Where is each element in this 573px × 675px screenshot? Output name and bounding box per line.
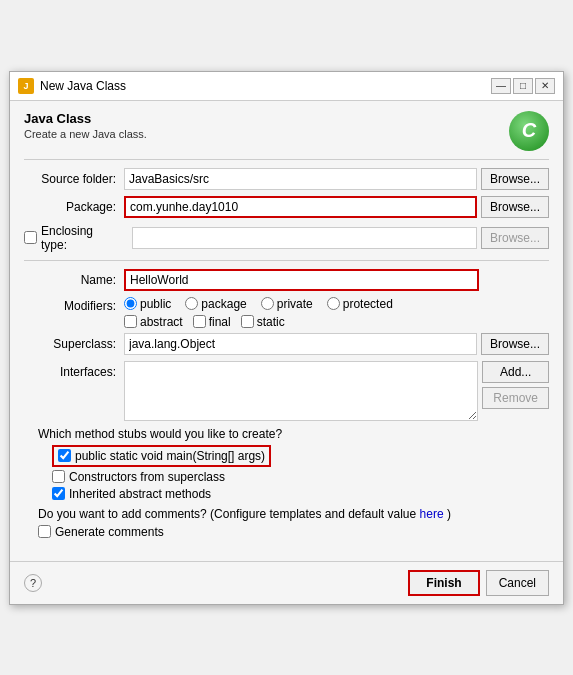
add-interface-button[interactable]: Add... (482, 361, 549, 383)
stubs-title: Which method stubs would you like to cre… (38, 427, 549, 441)
radio-private[interactable]: private (261, 297, 313, 311)
enclosing-type-check-area: Enclosing type: (24, 224, 124, 252)
help-button[interactable]: ? (24, 574, 42, 592)
close-button[interactable]: ✕ (535, 78, 555, 94)
cancel-button[interactable]: Cancel (486, 570, 549, 596)
package-input[interactable] (124, 196, 477, 218)
name-row: Name: (24, 269, 549, 291)
name-input[interactable] (124, 269, 479, 291)
java-class-icon: J (18, 78, 34, 94)
stubs-section: Which method stubs would you like to cre… (24, 427, 549, 501)
comments-section: Do you want to add comments? (Configure … (24, 507, 549, 539)
source-folder-input[interactable] (124, 168, 477, 190)
bottom-bar: ? Finish Cancel (10, 561, 563, 604)
generate-comments-checkbox[interactable] (38, 525, 51, 538)
header-text: Java Class Create a new Java class. (24, 111, 147, 150)
radio-public[interactable]: public (124, 297, 171, 311)
generate-comments-label: Generate comments (55, 525, 164, 539)
section-title: Java Class (24, 111, 147, 126)
modifiers-content: public package private protected abstrac… (124, 297, 549, 329)
stub-main-checkbox[interactable] (58, 449, 71, 462)
enclosing-type-checkbox[interactable] (24, 231, 37, 244)
source-folder-label: Source folder: (24, 172, 124, 186)
comments-question-text: Do you want to add comments? (Configure … (38, 507, 416, 521)
comments-question: Do you want to add comments? (Configure … (38, 507, 549, 521)
checkbox-final[interactable]: final (193, 315, 231, 329)
dialog-content: Java Class Create a new Java class. C So… (10, 101, 563, 555)
package-browse-button[interactable]: Browse... (481, 196, 549, 218)
enclosing-type-browse-button[interactable]: Browse... (481, 227, 549, 249)
stub-inherited-label: Inherited abstract methods (69, 487, 211, 501)
finish-button[interactable]: Finish (408, 570, 479, 596)
maximize-button[interactable]: □ (513, 78, 533, 94)
interfaces-buttons: Add... Remove (482, 361, 549, 409)
remove-interface-button[interactable]: Remove (482, 387, 549, 409)
interfaces-label: Interfaces: (24, 361, 124, 379)
stub-inherited[interactable]: Inherited abstract methods (52, 487, 549, 501)
checkbox-static[interactable]: static (241, 315, 285, 329)
modifiers-checkbox-group: abstract final static (124, 315, 549, 329)
modifiers-label: Modifiers: (24, 297, 124, 313)
dialog-title: New Java Class (40, 79, 126, 93)
checkbox-abstract[interactable]: abstract (124, 315, 183, 329)
stubs-list: public static void main(String[] args) C… (52, 445, 549, 501)
enclosing-type-label: Enclosing type: (41, 224, 116, 252)
superclass-row: Superclass: Browse... (24, 333, 549, 355)
title-bar-left: J New Java Class (18, 78, 126, 94)
superclass-browse-button[interactable]: Browse... (481, 333, 549, 355)
source-folder-row: Source folder: Browse... (24, 168, 549, 190)
middle-divider (24, 260, 549, 261)
interfaces-area: Interfaces: Add... Remove (24, 361, 549, 421)
radio-package[interactable]: package (185, 297, 246, 311)
stub-constructors[interactable]: Constructors from superclass (52, 470, 549, 484)
stub-main-method[interactable]: public static void main(String[] args) (52, 445, 271, 467)
title-bar: J New Java Class — □ ✕ (10, 72, 563, 101)
modifiers-radio-group: public package private protected (124, 297, 549, 311)
eclipse-logo: C (509, 111, 549, 151)
source-folder-browse-button[interactable]: Browse... (481, 168, 549, 190)
stub-inherited-checkbox[interactable] (52, 487, 65, 500)
stub-constructors-checkbox[interactable] (52, 470, 65, 483)
modifiers-row: Modifiers: public package private protec… (24, 297, 549, 329)
radio-protected[interactable]: protected (327, 297, 393, 311)
superclass-label: Superclass: (24, 337, 124, 351)
superclass-input[interactable] (124, 333, 477, 355)
comments-here-link[interactable]: here (420, 507, 444, 521)
minimize-button[interactable]: — (491, 78, 511, 94)
title-controls: — □ ✕ (491, 78, 555, 94)
header-divider (24, 159, 549, 160)
stub-constructors-label: Constructors from superclass (69, 470, 225, 484)
package-label: Package: (24, 200, 124, 214)
package-row: Package: Browse... (24, 196, 549, 218)
stub-main-label: public static void main(String[] args) (75, 449, 265, 463)
section-subtitle: Create a new Java class. (24, 128, 147, 140)
comments-question-end: ) (447, 507, 451, 521)
enclosing-type-row: Enclosing type: Browse... (24, 224, 549, 252)
name-label: Name: (24, 273, 124, 287)
generate-comments-row: Generate comments (38, 525, 549, 539)
enclosing-type-input[interactable] (132, 227, 477, 249)
dialog-new-java-class: J New Java Class — □ ✕ Java Class Create… (9, 71, 564, 605)
header-area: Java Class Create a new Java class. C (24, 111, 549, 151)
interfaces-textarea[interactable] (124, 361, 478, 421)
bottom-buttons: Finish Cancel (408, 570, 549, 596)
